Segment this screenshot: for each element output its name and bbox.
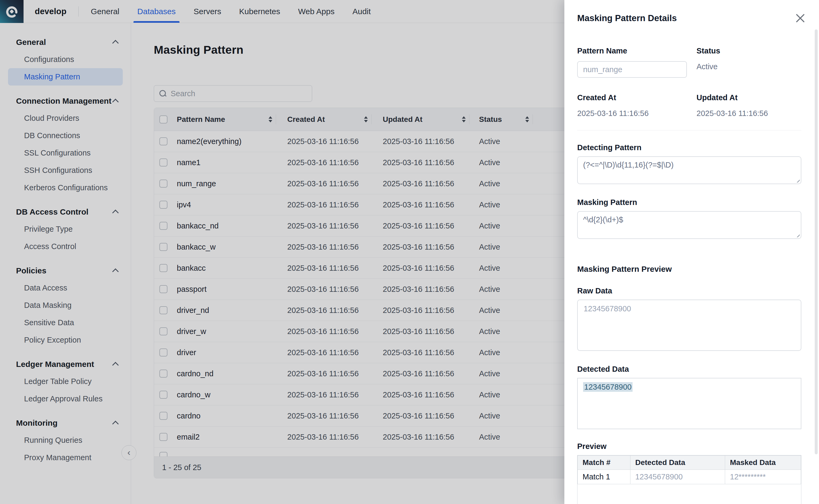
detected-data-label: Detected Data	[577, 365, 806, 374]
app-root: develop GeneralDatabasesServersKubernete…	[0, 0, 819, 504]
detected-data-box: 12345678900	[577, 378, 801, 429]
close-icon[interactable]	[794, 12, 806, 24]
drawer-title: Masking Pattern Details	[577, 13, 677, 23]
raw-data-label: Raw Data	[577, 286, 806, 295]
pattern-name-input[interactable]	[577, 61, 687, 78]
created-at-label: Created At	[577, 93, 697, 102]
preview-col-detected: Detected Data	[631, 456, 725, 470]
drawer-scrollbar-thumb[interactable]	[815, 29, 818, 454]
created-at-value: 2025-03-16 11:16:56	[577, 109, 697, 118]
preview-table: Match # Detected Data Masked Data Match …	[577, 455, 801, 504]
updated-at-value: 2025-03-16 11:16:56	[697, 109, 806, 118]
detecting-pattern-label: Detecting Pattern	[577, 143, 806, 152]
status-value: Active	[697, 62, 806, 71]
status-label: Status	[697, 46, 806, 55]
updated-at-label: Updated At	[697, 93, 806, 102]
detected-data-highlight: 12345678900	[583, 382, 633, 392]
drawer-divider	[577, 130, 801, 130]
preview-table-row: Match 1 12345678900 12*********	[578, 470, 801, 484]
match-number-cell: Match 1	[578, 470, 631, 484]
preview-col-masked: Masked Data	[725, 456, 801, 470]
drawer-field-row-2: Created At 2025-03-16 11:16:56 Updated A…	[577, 93, 806, 118]
preview-table-heading: Preview	[577, 442, 806, 451]
preview-table-header-row: Match # Detected Data Masked Data	[578, 456, 801, 470]
drawer-field-row-1: Pattern Name Status Active	[577, 46, 806, 78]
masking-pattern-label: Masking Pattern	[577, 198, 806, 207]
drawer-header: Masking Pattern Details	[577, 12, 806, 25]
masking-pattern-details-drawer: Masking Pattern Details Pattern Name Sta…	[564, 0, 819, 504]
masking-pattern-textarea[interactable]	[577, 211, 801, 239]
preview-col-match: Match #	[578, 456, 631, 470]
detected-data-cell: 12345678900	[631, 470, 725, 484]
pattern-name-label: Pattern Name	[577, 46, 697, 55]
raw-data-textarea[interactable]	[577, 300, 801, 351]
detecting-pattern-textarea[interactable]	[577, 156, 801, 184]
preview-section-heading: Masking Pattern Preview	[577, 265, 806, 274]
masked-data-cell: 12*********	[725, 470, 801, 484]
